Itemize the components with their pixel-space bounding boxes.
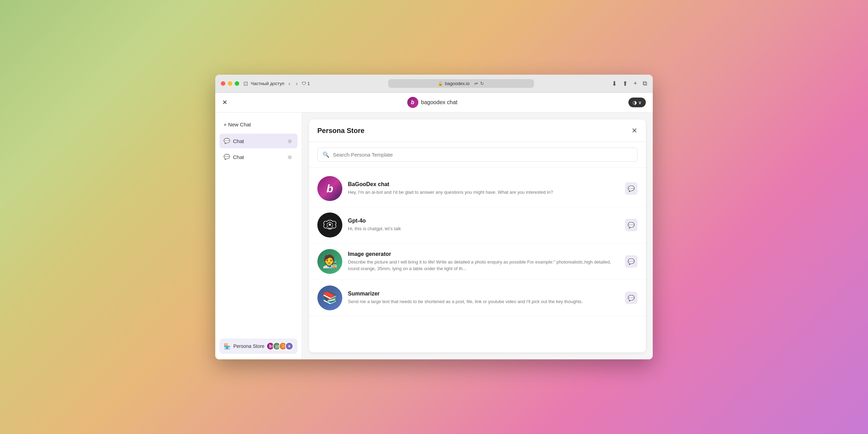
persona-info-summarizer: Summarizer Send me a large text that nee… bbox=[348, 291, 619, 305]
url-text: bagoodex.io bbox=[445, 81, 470, 86]
header-center: b bagoodex chat bbox=[407, 97, 458, 108]
share-button[interactable]: ⬆ bbox=[623, 80, 628, 87]
close-sidebar-button[interactable]: ✕ bbox=[222, 99, 227, 106]
chat-item-1[interactable]: 💬 Chat ⊗ bbox=[219, 134, 298, 148]
header-right: ◑ ∨ bbox=[628, 98, 646, 107]
forward-button[interactable]: › bbox=[294, 80, 299, 87]
persona-desc-bagoodex: Hey, I'm an ai-bot and I'd be glad to an… bbox=[348, 189, 619, 196]
new-tab-button[interactable]: + bbox=[633, 80, 637, 87]
chat-bubble-icon-bagoodex: 💬 bbox=[628, 185, 635, 192]
private-label: Частный доступ bbox=[251, 81, 284, 86]
summarizer-character: 📚 bbox=[317, 285, 342, 310]
chat-bubble-icon-gpt: 💬 bbox=[628, 222, 635, 228]
search-input-wrapper: 🔍 bbox=[317, 148, 637, 162]
download-button[interactable]: ⬇ bbox=[612, 80, 617, 87]
persona-avatar-imggen: 🧑‍🎨 bbox=[317, 249, 342, 274]
traffic-lights bbox=[221, 81, 239, 86]
lock-icon: 🔒 bbox=[438, 81, 443, 86]
header-left: ✕ bbox=[222, 99, 236, 106]
persona-chat-button-gpt[interactable]: 💬 bbox=[625, 219, 637, 231]
chat-label-1: Chat bbox=[233, 138, 244, 144]
persona-store-icon: 🏪 bbox=[224, 343, 231, 350]
persona-desc-summarizer: Send me a large text that needs to be sh… bbox=[348, 298, 619, 305]
search-input[interactable] bbox=[333, 152, 632, 158]
chat-bubble-icon-summarizer: 💬 bbox=[628, 295, 635, 301]
persona-store-label: Persona Store bbox=[233, 343, 265, 349]
tabs-button[interactable]: ⧉ bbox=[643, 80, 647, 87]
theme-icon: ◑ bbox=[633, 100, 637, 105]
persona-info-bagoodex: BaGooDex chat Hey, I'm an ai-bot and I'd… bbox=[348, 181, 619, 196]
persona-store-left: 🏪 Persona Store bbox=[224, 343, 265, 350]
new-chat-button[interactable]: + New Chat bbox=[219, 118, 298, 131]
main-layout: + New Chat 💬 Chat ⊗ 💬 Chat ⊗ bbox=[215, 112, 653, 359]
traffic-light-minimize[interactable] bbox=[228, 81, 232, 86]
persona-item-imggen[interactable]: 🧑‍🎨 Image generator Describe the picture… bbox=[309, 243, 646, 280]
chat-remove-button-1[interactable]: ⊗ bbox=[286, 137, 293, 145]
sidebar-spacer bbox=[219, 166, 298, 339]
shield-badge: 🛡 1 bbox=[302, 81, 310, 86]
persona-avatars: b 🤖 🎨 + bbox=[266, 342, 293, 350]
chat-remove-button-2[interactable]: ⊗ bbox=[286, 153, 293, 161]
persona-avatar-bagoodex: b bbox=[317, 176, 342, 201]
persona-item-bagoodex[interactable]: b BaGooDex chat Hey, I'm an ai-bot and I… bbox=[309, 170, 646, 207]
browser-chrome: ⊡ Частный доступ ‹ › 🛡 1 🔒 bagoodex.io ⇌… bbox=[215, 75, 653, 93]
persona-info-gpt: Gpt-4o Hi, this is chatgpt, let's talk bbox=[348, 218, 619, 232]
chat-item-1-left: 💬 Chat bbox=[224, 138, 244, 144]
address-bar[interactable]: 🔒 bagoodex.io ⇌ ↻ bbox=[388, 79, 534, 88]
search-icon: 🔍 bbox=[323, 151, 329, 158]
persona-chat-button-imggen[interactable]: 💬 bbox=[625, 255, 637, 268]
chat-icon-1: 💬 bbox=[224, 138, 230, 144]
back-button[interactable]: ‹ bbox=[287, 80, 292, 87]
persona-avatar-summarizer: 📚 bbox=[317, 285, 342, 310]
persona-store-panel: Persona Store ✕ 🔍 bbox=[309, 119, 646, 352]
chat-icon-2: 💬 bbox=[224, 154, 230, 160]
persona-info-imggen: Image generator Describe the picture and… bbox=[348, 251, 619, 272]
panel-title: Persona Store bbox=[317, 127, 365, 135]
persona-chat-button-bagoodex[interactable]: 💬 bbox=[625, 182, 637, 195]
persona-avatar-plus: + bbox=[285, 342, 293, 350]
browser-actions: ⬇ ⬆ + ⧉ bbox=[612, 80, 647, 87]
sidebar: + New Chat 💬 Chat ⊗ 💬 Chat ⊗ bbox=[215, 112, 302, 359]
traffic-light-maximize[interactable] bbox=[235, 81, 239, 86]
persona-item-summarizer[interactable]: 📚 Summarizer Send me a large text that n… bbox=[309, 280, 646, 316]
chat-item-2-left: 💬 Chat bbox=[224, 154, 244, 160]
traffic-light-close[interactable] bbox=[221, 81, 225, 86]
persona-desc-gpt: Hi, this is chatgpt, let's talk bbox=[348, 225, 619, 232]
browser-window: ⊡ Частный доступ ‹ › 🛡 1 🔒 bagoodex.io ⇌… bbox=[215, 75, 653, 359]
panel-close-button[interactable]: ✕ bbox=[632, 126, 637, 135]
app-content: ✕ b bagoodex chat ◑ ∨ + New Chat bbox=[215, 93, 653, 359]
persona-name-summarizer: Summarizer bbox=[348, 291, 619, 297]
search-container: 🔍 bbox=[309, 142, 646, 168]
sidebar-toggle-icon[interactable]: ⊡ bbox=[243, 80, 248, 87]
theme-button[interactable]: ◑ ∨ bbox=[628, 98, 646, 107]
persona-chat-button-summarizer[interactable]: 💬 bbox=[625, 292, 637, 304]
svg-point-0 bbox=[329, 224, 331, 226]
browser-controls: ⊡ Частный доступ ‹ › 🛡 1 bbox=[243, 80, 310, 87]
persona-name-bagoodex: BaGooDex chat bbox=[348, 181, 619, 187]
chat-label-2: Chat bbox=[233, 154, 244, 160]
persona-list: b BaGooDex chat Hey, I'm an ai-bot and I… bbox=[309, 168, 646, 352]
persona-desc-imggen: Describe the picture and I will bring it… bbox=[348, 259, 619, 272]
app-logo: b bbox=[407, 97, 418, 108]
persona-avatar-gpt bbox=[317, 212, 342, 237]
main-panel: Persona Store ✕ 🔍 bbox=[302, 112, 653, 359]
persona-name-imggen: Image generator bbox=[348, 251, 619, 257]
persona-item-gpt[interactable]: Gpt-4o Hi, this is chatgpt, let's talk 💬 bbox=[309, 207, 646, 243]
img-gen-character: 🧑‍🎨 bbox=[317, 249, 342, 274]
app-title: bagoodex chat bbox=[421, 99, 458, 106]
chat-bubble-icon-imggen: 💬 bbox=[628, 258, 635, 265]
persona-store-bar[interactable]: 🏪 Persona Store b 🤖 🎨 + bbox=[219, 339, 298, 354]
panel-header: Persona Store ✕ bbox=[309, 119, 646, 142]
theme-chevron: ∨ bbox=[638, 100, 642, 105]
translate-icon[interactable]: ⇌ bbox=[474, 81, 478, 86]
address-bar-icons: ⇌ ↻ bbox=[474, 81, 484, 86]
persona-name-gpt: Gpt-4o bbox=[348, 218, 619, 224]
chat-item-2[interactable]: 💬 Chat ⊗ bbox=[219, 150, 298, 164]
app-header: ✕ b bagoodex chat ◑ ∨ bbox=[215, 93, 653, 112]
refresh-icon[interactable]: ↻ bbox=[480, 81, 484, 86]
